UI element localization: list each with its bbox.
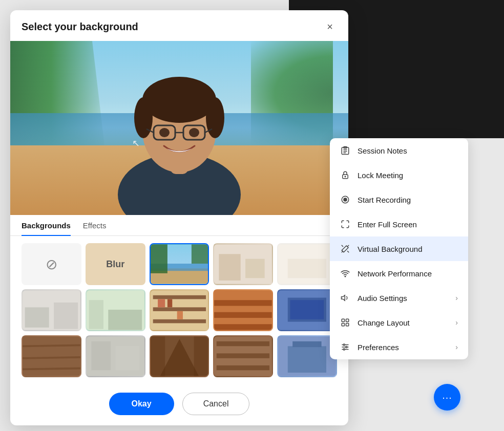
menu-item-preferences[interactable]: Preferences ›: [330, 335, 468, 359]
bg-blur[interactable]: Blur: [86, 243, 145, 285]
menu-item-virtual-background[interactable]: Virtual Background: [330, 236, 468, 261]
svg-line-44: [23, 345, 80, 346]
dropdown-menu: Session Notes Lock Meeting Start Recordi…: [330, 138, 468, 359]
svg-marker-71: [342, 295, 345, 301]
tab-effects[interactable]: Effects: [83, 215, 107, 236]
menu-item-enter-fullscreen[interactable]: Enter Full Screen: [330, 212, 468, 236]
menu-item-change-layout[interactable]: Change Layout ›: [330, 310, 468, 335]
svg-rect-38: [214, 312, 272, 318]
bg-books[interactable]: [213, 289, 273, 331]
svg-point-3: [142, 77, 216, 123]
bg-white[interactable]: [277, 243, 337, 285]
menu-label-virtual-background: Virtual Background: [358, 245, 458, 253]
bg-beach[interactable]: [150, 243, 209, 285]
svg-point-4: [134, 97, 153, 138]
svg-rect-31: [153, 307, 205, 311]
svg-point-70: [345, 276, 346, 277]
svg-rect-17: [191, 244, 208, 264]
svg-rect-59: [288, 346, 326, 373]
svg-rect-33: [158, 299, 165, 307]
menu-label-audio-settings: Audio Settings: [358, 294, 448, 303]
bg-office[interactable]: [277, 335, 337, 377]
svg-rect-37: [214, 300, 272, 306]
tab-backgrounds[interactable]: Backgrounds: [22, 215, 71, 236]
svg-rect-48: [91, 341, 111, 370]
bg-misc[interactable]: [86, 335, 145, 377]
menu-item-lock-meeting[interactable]: Lock Meeting: [330, 163, 468, 187]
fab-button[interactable]: ···: [434, 384, 460, 411]
svg-rect-52: [194, 336, 208, 376]
svg-rect-39: [214, 324, 272, 330]
svg-point-69: [344, 198, 347, 201]
menu-label-change-layout: Change Layout: [358, 318, 448, 327]
okay-button[interactable]: Okay: [109, 393, 174, 415]
person-avatar: [102, 46, 256, 215]
svg-line-45: [23, 357, 80, 358]
svg-rect-34: [167, 299, 172, 307]
record-icon: [340, 195, 350, 205]
svg-rect-55: [217, 341, 269, 346]
bg-living2[interactable]: [86, 289, 145, 331]
svg-rect-42: [290, 300, 324, 319]
svg-rect-72: [342, 319, 344, 321]
menu-item-start-recording[interactable]: Start Recording: [330, 187, 468, 212]
menu-label-network-performance: Network Performance: [358, 269, 458, 278]
svg-rect-56: [217, 353, 269, 358]
sliders-icon: [340, 342, 350, 352]
clipboard-icon: [340, 145, 350, 156]
audio-settings-arrow: ›: [455, 294, 458, 302]
svg-rect-22: [288, 259, 326, 278]
dialog-footer: Okay Cancel: [10, 384, 348, 425]
menu-label-session-notes: Session Notes: [358, 146, 458, 155]
svg-rect-32: [153, 319, 205, 324]
menu-label-preferences: Preferences: [358, 343, 448, 352]
bg-library[interactable]: [150, 335, 209, 377]
bg-none[interactable]: ⊘: [22, 243, 81, 285]
change-layout-arrow: ›: [455, 318, 458, 327]
svg-point-79: [343, 344, 345, 346]
svg-rect-24: [25, 307, 49, 327]
video-preview: ↖: [10, 41, 348, 215]
close-button[interactable]: ×: [323, 19, 337, 34]
bg-room1[interactable]: [213, 243, 273, 285]
svg-rect-73: [346, 319, 349, 321]
select-background-dialog: Select your background ×: [10, 10, 348, 425]
bg-wood[interactable]: [22, 335, 81, 377]
svg-rect-19: [219, 254, 241, 281]
svg-rect-35: [177, 311, 182, 319]
menu-item-network-performance[interactable]: Network Performance: [330, 261, 468, 286]
preferences-arrow: ›: [455, 343, 458, 351]
svg-rect-25: [54, 303, 78, 329]
svg-rect-16: [151, 244, 167, 273]
menu-item-audio-settings[interactable]: Audio Settings ›: [330, 286, 468, 310]
bg-books2[interactable]: [213, 335, 273, 377]
lock-icon: [340, 170, 350, 180]
svg-rect-28: [108, 310, 142, 330]
svg-point-5: [206, 97, 224, 138]
background-grid: ⊘ Blur: [10, 236, 348, 384]
svg-rect-74: [342, 324, 344, 326]
bg-tv[interactable]: [277, 289, 337, 331]
menu-label-enter-fullscreen: Enter Full Screen: [358, 220, 458, 229]
wand-icon: [340, 244, 350, 254]
bg-living1[interactable]: [22, 289, 81, 331]
svg-point-67: [345, 176, 346, 177]
svg-point-11: [159, 128, 170, 137]
speaker-icon: [340, 293, 350, 303]
cancel-button[interactable]: Cancel: [182, 393, 250, 415]
menu-item-session-notes[interactable]: Session Notes: [330, 138, 468, 163]
dialog-header: Select your background ×: [10, 10, 348, 41]
fullscreen-icon: [340, 219, 350, 229]
svg-rect-30: [153, 295, 205, 299]
wifi-icon: [340, 268, 350, 278]
svg-point-80: [346, 347, 347, 348]
dialog-title: Select your background: [22, 21, 138, 33]
svg-rect-27: [89, 300, 103, 329]
layout-icon: [340, 317, 350, 328]
svg-rect-49: [115, 346, 139, 370]
svg-line-46: [23, 368, 80, 369]
svg-rect-75: [346, 324, 349, 326]
fab-dots-icon: ···: [442, 392, 452, 403]
bg-shelves[interactable]: [150, 289, 209, 331]
svg-point-12: [189, 128, 199, 137]
